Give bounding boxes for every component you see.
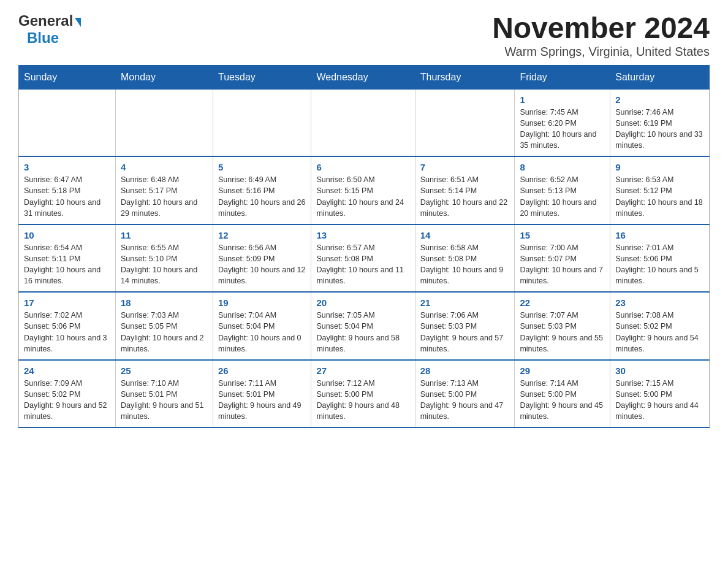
day-number: 29: [520, 366, 605, 376]
calendar-cell: 6Sunrise: 6:50 AM Sunset: 5:15 PM Daylig…: [311, 156, 415, 224]
day-number: 6: [316, 162, 409, 172]
day-info: Sunrise: 7:02 AM Sunset: 5:06 PM Dayligh…: [24, 310, 110, 354]
day-info: Sunrise: 7:01 AM Sunset: 5:06 PM Dayligh…: [615, 242, 704, 287]
logo-triangle-icon: [75, 18, 81, 27]
calendar-cell: 18Sunrise: 7:03 AM Sunset: 5:05 PM Dayli…: [116, 292, 213, 360]
day-number: 22: [520, 297, 605, 308]
day-number: 1: [520, 94, 605, 105]
day-info: Sunrise: 7:45 AM Sunset: 6:20 PM Dayligh…: [520, 107, 605, 151]
calendar-cell: 21Sunrise: 7:06 AM Sunset: 5:03 PM Dayli…: [415, 292, 515, 360]
calendar-day-header: Monday: [116, 65, 213, 89]
logo-blue-text: Blue: [27, 29, 59, 47]
day-info: Sunrise: 6:55 AM Sunset: 5:10 PM Dayligh…: [121, 242, 208, 287]
calendar-cell: 23Sunrise: 7:08 AM Sunset: 5:02 PM Dayli…: [610, 292, 710, 360]
page-title: November 2024: [492, 12, 710, 45]
day-info: Sunrise: 6:47 AM Sunset: 5:18 PM Dayligh…: [24, 174, 110, 219]
day-number: 18: [121, 297, 208, 308]
day-number: 5: [218, 162, 306, 172]
calendar-cell: 7Sunrise: 6:51 AM Sunset: 5:14 PM Daylig…: [415, 156, 515, 224]
day-number: 9: [615, 162, 704, 172]
day-number: 13: [316, 230, 409, 240]
day-number: 24: [24, 366, 110, 376]
calendar-cell: 1Sunrise: 7:45 AM Sunset: 6:20 PM Daylig…: [515, 89, 610, 156]
calendar-cell: 3Sunrise: 6:47 AM Sunset: 5:18 PM Daylig…: [19, 156, 116, 224]
calendar-cell: [19, 89, 116, 156]
day-info: Sunrise: 7:03 AM Sunset: 5:05 PM Dayligh…: [121, 310, 208, 354]
day-number: 3: [24, 162, 110, 172]
day-info: Sunrise: 7:05 AM Sunset: 5:04 PM Dayligh…: [316, 310, 409, 354]
calendar-cell: 8Sunrise: 6:52 AM Sunset: 5:13 PM Daylig…: [515, 156, 610, 224]
page-subtitle: Warm Springs, Virginia, United States: [492, 45, 710, 59]
day-info: Sunrise: 7:00 AM Sunset: 5:07 PM Dayligh…: [520, 242, 605, 287]
calendar-day-header: Wednesday: [311, 65, 415, 89]
calendar-day-header: Thursday: [415, 65, 515, 89]
day-info: Sunrise: 7:46 AM Sunset: 6:19 PM Dayligh…: [615, 107, 704, 151]
day-info: Sunrise: 6:53 AM Sunset: 5:12 PM Dayligh…: [615, 174, 704, 219]
day-info: Sunrise: 6:49 AM Sunset: 5:16 PM Dayligh…: [218, 174, 306, 219]
day-number: 20: [316, 297, 409, 308]
day-info: Sunrise: 6:54 AM Sunset: 5:11 PM Dayligh…: [24, 242, 110, 287]
calendar-cell: 13Sunrise: 6:57 AM Sunset: 5:08 PM Dayli…: [311, 224, 415, 293]
day-number: 17: [24, 297, 110, 308]
calendar-cell: 2Sunrise: 7:46 AM Sunset: 6:19 PM Daylig…: [610, 89, 710, 156]
day-number: 16: [615, 230, 704, 240]
calendar-day-header: Friday: [515, 65, 610, 89]
calendar-cell: 5Sunrise: 6:49 AM Sunset: 5:16 PM Daylig…: [213, 156, 311, 224]
calendar-cell: [213, 89, 311, 156]
calendar-cell: 24Sunrise: 7:09 AM Sunset: 5:02 PM Dayli…: [19, 360, 116, 428]
calendar-week-row: 3Sunrise: 6:47 AM Sunset: 5:18 PM Daylig…: [19, 156, 710, 224]
day-number: 30: [615, 366, 704, 376]
calendar-day-header: Sunday: [19, 65, 116, 89]
day-number: 14: [420, 230, 510, 240]
calendar-cell: 20Sunrise: 7:05 AM Sunset: 5:04 PM Dayli…: [311, 292, 415, 360]
calendar-cell: 15Sunrise: 7:00 AM Sunset: 5:07 PM Dayli…: [515, 224, 610, 293]
calendar-day-header: Tuesday: [213, 65, 311, 89]
day-info: Sunrise: 7:09 AM Sunset: 5:02 PM Dayligh…: [24, 378, 110, 423]
day-info: Sunrise: 7:12 AM Sunset: 5:00 PM Dayligh…: [316, 378, 409, 423]
calendar-cell: 22Sunrise: 7:07 AM Sunset: 5:03 PM Dayli…: [515, 292, 610, 360]
calendar-cell: [415, 89, 515, 156]
day-info: Sunrise: 7:04 AM Sunset: 5:04 PM Dayligh…: [218, 310, 306, 354]
day-number: 4: [121, 162, 208, 172]
day-number: 15: [520, 230, 605, 240]
day-number: 2: [615, 94, 704, 105]
day-info: Sunrise: 7:08 AM Sunset: 5:02 PM Dayligh…: [615, 310, 704, 354]
calendar-cell: 26Sunrise: 7:11 AM Sunset: 5:01 PM Dayli…: [213, 360, 311, 428]
calendar-table: SundayMondayTuesdayWednesdayThursdayFrid…: [18, 65, 710, 429]
calendar-cell: 14Sunrise: 6:58 AM Sunset: 5:08 PM Dayli…: [415, 224, 515, 293]
day-number: 27: [316, 366, 409, 376]
day-info: Sunrise: 7:07 AM Sunset: 5:03 PM Dayligh…: [520, 310, 605, 354]
calendar-cell: 25Sunrise: 7:10 AM Sunset: 5:01 PM Dayli…: [116, 360, 213, 428]
day-info: Sunrise: 6:56 AM Sunset: 5:09 PM Dayligh…: [218, 242, 306, 287]
calendar-week-row: 10Sunrise: 6:54 AM Sunset: 5:11 PM Dayli…: [19, 224, 710, 293]
page-header: General Blue November 2024 Warm Springs,…: [18, 12, 710, 59]
calendar-cell: 4Sunrise: 6:48 AM Sunset: 5:17 PM Daylig…: [116, 156, 213, 224]
day-info: Sunrise: 7:14 AM Sunset: 5:00 PM Dayligh…: [520, 378, 605, 423]
day-number: 21: [420, 297, 510, 308]
calendar-cell: 16Sunrise: 7:01 AM Sunset: 5:06 PM Dayli…: [610, 224, 710, 293]
day-number: 25: [121, 366, 208, 376]
calendar-cell: 28Sunrise: 7:13 AM Sunset: 5:00 PM Dayli…: [415, 360, 515, 428]
day-info: Sunrise: 7:15 AM Sunset: 5:00 PM Dayligh…: [615, 378, 704, 423]
day-info: Sunrise: 6:51 AM Sunset: 5:14 PM Dayligh…: [420, 174, 510, 219]
day-number: 19: [218, 297, 306, 308]
calendar-header-row: SundayMondayTuesdayWednesdayThursdayFrid…: [19, 65, 710, 89]
calendar-day-header: Saturday: [610, 65, 710, 89]
day-info: Sunrise: 7:06 AM Sunset: 5:03 PM Dayligh…: [420, 310, 510, 354]
day-info: Sunrise: 7:11 AM Sunset: 5:01 PM Dayligh…: [218, 378, 306, 423]
calendar-week-row: 1Sunrise: 7:45 AM Sunset: 6:20 PM Daylig…: [19, 89, 710, 156]
title-block: November 2024 Warm Springs, Virginia, Un…: [492, 12, 710, 59]
calendar-cell: 27Sunrise: 7:12 AM Sunset: 5:00 PM Dayli…: [311, 360, 415, 428]
day-number: 23: [615, 297, 704, 308]
day-number: 8: [520, 162, 605, 172]
day-number: 7: [420, 162, 510, 172]
calendar-cell: 9Sunrise: 6:53 AM Sunset: 5:12 PM Daylig…: [610, 156, 710, 224]
day-number: 26: [218, 366, 306, 376]
calendar-cell: 19Sunrise: 7:04 AM Sunset: 5:04 PM Dayli…: [213, 292, 311, 360]
day-info: Sunrise: 7:10 AM Sunset: 5:01 PM Dayligh…: [121, 378, 208, 423]
calendar-cell: 17Sunrise: 7:02 AM Sunset: 5:06 PM Dayli…: [19, 292, 116, 360]
day-number: 11: [121, 230, 208, 240]
day-info: Sunrise: 6:52 AM Sunset: 5:13 PM Dayligh…: [520, 174, 605, 219]
calendar-cell: [311, 89, 415, 156]
logo-general-text: General: [18, 12, 73, 29]
